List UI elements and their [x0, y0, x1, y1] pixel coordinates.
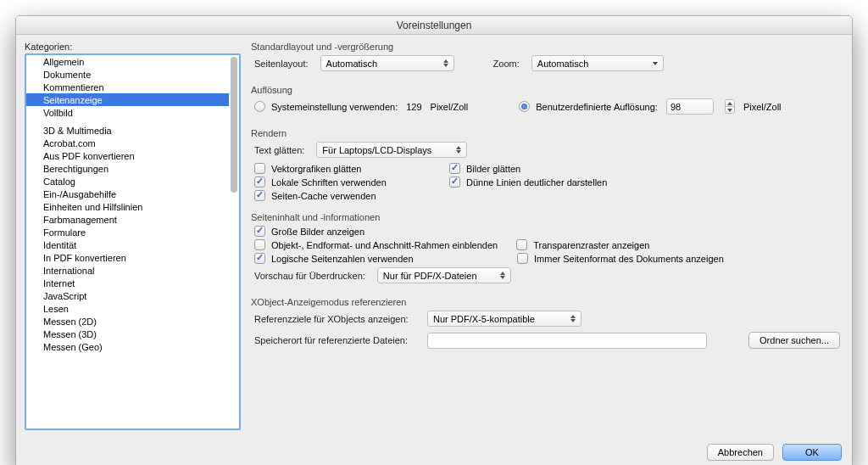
category-item[interactable]: Kommentieren	[26, 81, 229, 93]
category-item[interactable]: Vollbild	[26, 106, 229, 119]
text-smooth-select[interactable]: Für Laptops/LCD-Displays	[316, 142, 467, 158]
preferences-window: Voreinstellungen Kategorien: Allgemein D…	[15, 15, 853, 465]
category-item[interactable]: International	[26, 264, 229, 277]
category-item[interactable]: JavaScript	[26, 289, 229, 302]
cb-frames[interactable]: Objekt-, Endformat- und Anschnitt-Rahmen…	[254, 239, 498, 250]
resolution-custom-input[interactable]: 98	[666, 98, 714, 115]
ok-button[interactable]: OK	[782, 444, 842, 461]
category-item[interactable]: Dokumente	[26, 68, 229, 81]
resolution-system-radio[interactable]: Systemeinstellung verwenden:	[254, 101, 398, 112]
cb-always-pageformat[interactable]: Immer Seitenformat des Dokuments anzeige…	[517, 253, 724, 264]
category-item[interactable]: Messen (2D)	[26, 315, 229, 328]
category-item[interactable]: In PDF konvertieren	[26, 251, 229, 264]
xobject-targets-select[interactable]: Nur PDF/X-5-kompatible	[427, 311, 581, 327]
updown-icon	[567, 312, 579, 325]
overprint-label: Vorschau für Überdrucken:	[254, 271, 365, 281]
overprint-select[interactable]: Nur für PDF/X-Dateien	[377, 267, 511, 283]
categories-label: Kategorien:	[25, 42, 241, 52]
category-item[interactable]: Einheiten und Hilfslinien	[26, 200, 229, 213]
window-title: Voreinstellungen	[16, 16, 852, 35]
browse-folder-button[interactable]: Ordner suchen...	[748, 332, 840, 349]
categories-listbox[interactable]: Allgemein Dokumente Kommentieren Seitena…	[25, 53, 241, 430]
resolution-stepper[interactable]	[725, 99, 735, 114]
cb-page-cache[interactable]: Seiten-Cache verwenden	[254, 190, 376, 201]
section-layout-title: Standardlayout und -vergrößerung	[251, 42, 840, 52]
category-item[interactable]: Identität	[26, 238, 229, 251]
updown-icon	[497, 269, 509, 282]
resolution-unit: Pixel/Zoll	[431, 102, 469, 112]
category-item[interactable]: Farbmanagement	[26, 213, 229, 226]
zoom-label: Zoom:	[493, 59, 520, 69]
cb-vector-smooth[interactable]: Vektorgrafiken glätten	[254, 163, 407, 174]
updown-icon	[440, 57, 452, 70]
cb-logical-pages[interactable]: Logische Seitenzahlen verwenden	[254, 253, 498, 264]
category-item[interactable]: Allgemein	[26, 55, 229, 68]
section-pageinfo-title: Seiteninhalt und -informationen	[251, 212, 840, 222]
zoom-select[interactable]: Automatisch	[531, 55, 664, 71]
category-item[interactable]: 3D & Multimedia	[26, 124, 229, 137]
resolution-unit2: Pixel/Zoll	[743, 102, 782, 112]
cb-local-fonts[interactable]: Lokale Schriften verwenden	[254, 176, 407, 188]
category-item[interactable]: Catalog	[26, 175, 229, 188]
category-item[interactable]: Acrobat.com	[26, 137, 229, 149]
section-xobject-title: XObject-Anzeigemodus referenzieren	[251, 297, 840, 307]
seitenlayout-select[interactable]: Automatisch	[320, 55, 454, 71]
category-item[interactable]: Aus PDF konvertieren	[26, 149, 229, 162]
section-resolution-title: Auflösung	[251, 85, 840, 95]
cb-transparency[interactable]: Transparenzraster anzeigen	[516, 239, 649, 250]
xobject-targets-label: Referenzziele für XObjects anzeigen:	[254, 314, 415, 324]
category-item[interactable]: Berechtigungen	[26, 162, 229, 175]
cb-large-images[interactable]: Große Bilder anzeigen	[254, 226, 364, 237]
text-smooth-label: Text glätten:	[254, 145, 304, 155]
dropdown-icon	[649, 57, 661, 70]
category-item-selected[interactable]: Seitenanzeige	[26, 93, 229, 106]
section-render-title: Rendern	[251, 128, 840, 138]
category-item[interactable]: Messen (3D)	[26, 328, 229, 340]
cb-image-smooth[interactable]: Bilder glätten	[449, 163, 520, 174]
cancel-button[interactable]: Abbrechen	[707, 444, 774, 461]
resolution-custom-radio[interactable]: Benutzerdefinierte Auflösung:	[519, 101, 658, 112]
category-item[interactable]: Messen (Geo)	[26, 340, 229, 353]
xobject-location-input[interactable]	[427, 333, 707, 349]
category-item[interactable]: Internet	[26, 277, 229, 289]
category-item[interactable]: Lesen	[26, 302, 229, 315]
cb-thin-lines[interactable]: Dünne Linien deutlicher darstellen	[449, 176, 607, 188]
categories-scrollbar[interactable]	[231, 57, 237, 427]
xobject-location-label: Speicherort für referenzierte Dateien:	[254, 335, 415, 345]
seitenlayout-label: Seitenlayout:	[254, 59, 309, 69]
category-item[interactable]: Formulare	[26, 226, 229, 238]
updown-icon	[453, 143, 465, 156]
resolution-system-value: 129	[406, 102, 421, 112]
category-item[interactable]: Ein-/Ausgabehilfe	[26, 188, 229, 200]
